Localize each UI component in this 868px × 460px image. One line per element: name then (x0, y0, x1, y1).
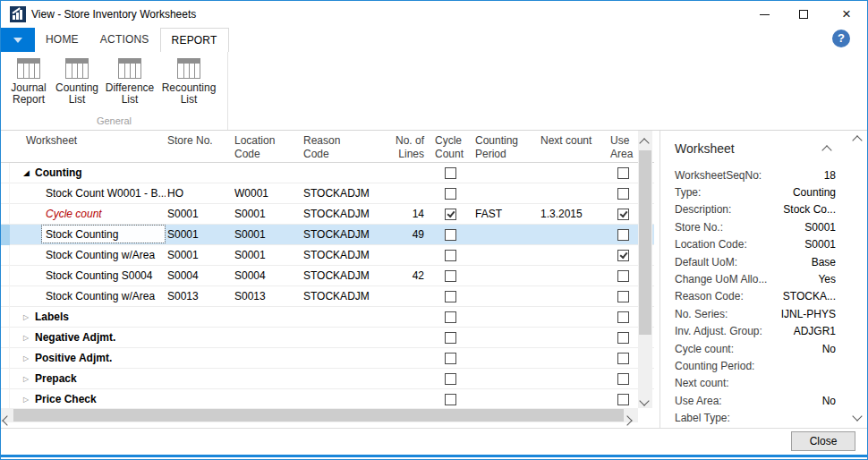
cell-store-no[interactable]: S0004 (167, 266, 230, 285)
cell-reason-code[interactable] (303, 328, 386, 347)
use-area-checkbox[interactable] (617, 229, 629, 241)
cycle-count-checkbox-cell[interactable] (435, 266, 465, 285)
cell-no-of-lines[interactable] (381, 163, 424, 183)
cell-counting-period[interactable] (475, 389, 538, 408)
column-header-location-code[interactable]: Location Code (234, 134, 290, 161)
cell-next-count[interactable] (540, 266, 594, 285)
vertical-scrollbar-thumb[interactable] (639, 150, 651, 335)
worksheet-cell[interactable]: ◢Counting (12, 163, 166, 183)
cell-counting-period[interactable] (475, 328, 538, 347)
cell-location-code[interactable]: S0001 (234, 204, 299, 224)
cycle-count-checkbox-cell[interactable] (435, 163, 465, 183)
cycle-count-checkbox[interactable] (445, 270, 456, 282)
cell-counting-period[interactable] (475, 183, 538, 203)
cell-no-of-lines[interactable] (381, 183, 424, 203)
close-button[interactable]: Close (791, 431, 855, 451)
cycle-count-checkbox[interactable] (445, 250, 456, 261)
use-area-checkbox-cell[interactable] (610, 307, 635, 327)
use-area-checkbox-cell[interactable] (610, 348, 635, 368)
cell-reason-code[interactable]: STOCKADJM (303, 204, 386, 224)
table-row[interactable]: Stock Count W0001 - B...HOW0001STOCKADJM (1, 183, 654, 204)
use-area-checkbox-cell[interactable] (610, 286, 635, 306)
worksheet-cell[interactable]: Stock Counting (12, 225, 166, 244)
cell-next-count[interactable] (540, 245, 594, 265)
expand-triangle-icon[interactable]: ▷ (23, 334, 35, 342)
cell-counting-period[interactable] (475, 369, 538, 388)
vertical-scrollbar[interactable] (638, 131, 652, 408)
scroll-left-icon[interactable] (2, 415, 12, 425)
use-area-checkbox-cell[interactable] (610, 163, 635, 183)
cell-next-count[interactable] (540, 307, 594, 327)
cell-location-code[interactable]: S0001 (234, 245, 299, 265)
row-selector[interactable] (1, 225, 10, 245)
use-area-checkbox-cell[interactable] (610, 245, 635, 265)
cell-next-count[interactable] (540, 328, 594, 347)
tab-actions[interactable]: ACTIONS (89, 28, 160, 52)
cell-no-of-lines[interactable] (381, 328, 424, 347)
scroll-down-icon[interactable] (639, 396, 649, 405)
cycle-count-checkbox[interactable] (445, 229, 456, 241)
cycle-count-checkbox[interactable] (445, 311, 456, 323)
scroll-right-icon[interactable] (622, 415, 632, 425)
worksheet-cell[interactable]: ▷Positive Adjmt. (12, 348, 166, 368)
focused-cell[interactable]: Stock Counting (42, 226, 165, 243)
factbox-splitter[interactable] (660, 131, 660, 428)
cell-no-of-lines[interactable]: 49 (381, 225, 424, 244)
worksheet-cell[interactable]: ▷Prepack (12, 369, 166, 388)
row-selector[interactable] (1, 183, 10, 204)
cell-no-of-lines[interactable] (381, 389, 424, 408)
cycle-count-checkbox[interactable] (445, 394, 456, 405)
cell-no-of-lines[interactable]: 14 (381, 204, 424, 224)
cell-no-of-lines[interactable]: 42 (381, 266, 424, 285)
cell-location-code[interactable]: S0001 (234, 225, 299, 244)
use-area-checkbox[interactable] (617, 311, 629, 323)
collapse-triangle-icon[interactable]: ◢ (23, 168, 35, 177)
cell-counting-period[interactable] (475, 225, 538, 244)
cell-no-of-lines[interactable] (381, 348, 424, 368)
table-row[interactable]: Stock CountingS0001S0001STOCKADJM49 (1, 225, 654, 245)
cell-location-code[interactable] (234, 369, 299, 388)
factbox-scroll-down-icon[interactable] (852, 411, 862, 421)
cell-next-count[interactable]: 1.3.2015 (540, 204, 594, 224)
journal-report-button[interactable]: JournalReport (5, 58, 52, 106)
table-row[interactable]: Cycle countS0001S0001STOCKADJM14FAST1.3.… (1, 204, 654, 225)
cell-store-no[interactable]: S0001 (167, 204, 230, 224)
expand-triangle-icon[interactable]: ▷ (23, 313, 35, 321)
cell-next-count[interactable] (540, 225, 594, 244)
cell-store-no[interactable] (167, 369, 230, 388)
worksheet-cell[interactable]: Cycle count (12, 204, 166, 224)
cycle-count-checkbox[interactable] (445, 332, 456, 344)
cell-reason-code[interactable]: STOCKADJM (303, 183, 386, 203)
cell-counting-period[interactable] (475, 348, 538, 368)
use-area-checkbox[interactable] (617, 291, 629, 302)
row-selector[interactable] (1, 204, 10, 225)
column-header-counting-period[interactable]: Counting Period (475, 134, 534, 161)
cell-reason-code[interactable] (303, 307, 386, 327)
use-area-checkbox[interactable] (617, 188, 629, 200)
cell-location-code[interactable]: W0001 (234, 183, 299, 203)
cycle-count-checkbox-cell[interactable] (435, 389, 465, 408)
cell-no-of-lines[interactable] (381, 245, 424, 265)
minimize-button[interactable] (749, 1, 779, 28)
cycle-count-checkbox[interactable] (445, 291, 456, 302)
cell-location-code[interactable]: S0004 (234, 266, 299, 285)
use-area-checkbox[interactable] (617, 270, 629, 282)
cell-reason-code[interactable]: STOCKADJM (303, 245, 386, 265)
use-area-checkbox-cell[interactable] (610, 204, 635, 224)
cell-location-code[interactable] (234, 307, 299, 327)
cycle-count-checkbox[interactable] (445, 188, 456, 200)
help-button[interactable]: ? (832, 30, 850, 47)
difference-list-button[interactable]: DifferenceList (102, 58, 157, 106)
horizontal-scrollbar[interactable] (1, 408, 638, 422)
cell-store-no[interactable] (167, 328, 230, 347)
table-row[interactable]: Stock Counting w/AreaS0001S0001STOCKADJM (1, 245, 654, 266)
maximize-button[interactable] (788, 1, 819, 28)
cell-next-count[interactable] (540, 163, 594, 183)
cycle-count-checkbox-cell[interactable] (435, 204, 465, 224)
cycle-count-checkbox[interactable] (445, 209, 456, 220)
cell-counting-period[interactable] (475, 266, 538, 285)
worksheet-cell[interactable]: Stock Counting w/Area (12, 286, 166, 306)
cell-location-code[interactable] (234, 348, 299, 368)
use-area-checkbox[interactable] (617, 167, 629, 179)
use-area-checkbox[interactable] (617, 373, 629, 385)
